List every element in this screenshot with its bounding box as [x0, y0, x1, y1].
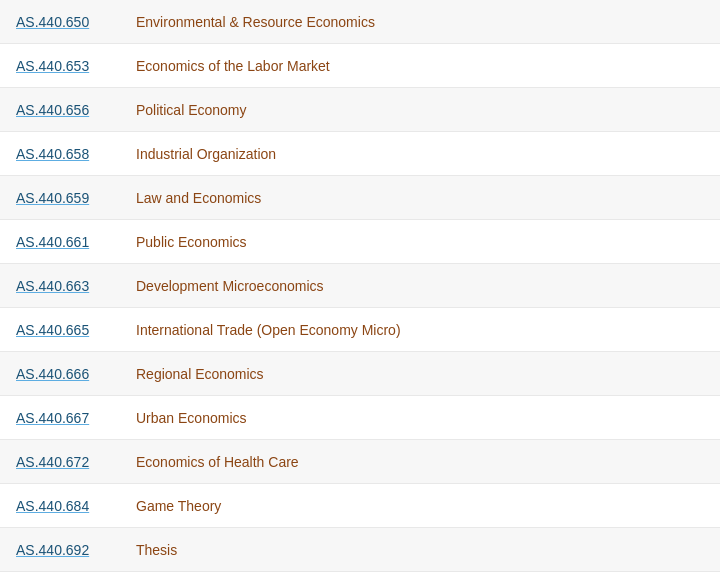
- course-code-link[interactable]: AS.440.666: [16, 366, 126, 382]
- course-title: Economics of Health Care: [136, 454, 299, 470]
- table-row: AS.440.656Political Economy: [0, 88, 720, 132]
- course-code-link[interactable]: AS.440.656: [16, 102, 126, 118]
- course-code-link[interactable]: AS.440.650: [16, 14, 126, 30]
- course-code-link[interactable]: AS.440.667: [16, 410, 126, 426]
- table-row: AS.440.653Economics of the Labor Market: [0, 44, 720, 88]
- course-code-link[interactable]: AS.440.663: [16, 278, 126, 294]
- course-code-link[interactable]: AS.440.672: [16, 454, 126, 470]
- course-title: Public Economics: [136, 234, 247, 250]
- course-code-link[interactable]: AS.440.665: [16, 322, 126, 338]
- table-row: AS.440.658Industrial Organization: [0, 132, 720, 176]
- course-title: Urban Economics: [136, 410, 247, 426]
- table-row: AS.440.665International Trade (Open Econ…: [0, 308, 720, 352]
- table-row: AS.440.684Game Theory: [0, 484, 720, 528]
- table-row: AS.440.667Urban Economics: [0, 396, 720, 440]
- table-row: AS.440.692Thesis: [0, 528, 720, 572]
- course-title: Law and Economics: [136, 190, 261, 206]
- table-row: AS.440.650Environmental & Resource Econo…: [0, 0, 720, 44]
- course-title: Economics of the Labor Market: [136, 58, 330, 74]
- course-code-link[interactable]: AS.440.658: [16, 146, 126, 162]
- course-code-link[interactable]: AS.440.659: [16, 190, 126, 206]
- table-row: AS.440.659Law and Economics: [0, 176, 720, 220]
- course-title: Game Theory: [136, 498, 221, 514]
- course-code-link[interactable]: AS.440.661: [16, 234, 126, 250]
- course-code-link[interactable]: AS.440.684: [16, 498, 126, 514]
- course-title: Environmental & Resource Economics: [136, 14, 375, 30]
- course-code-link[interactable]: AS.440.692: [16, 542, 126, 558]
- course-title: International Trade (Open Economy Micro): [136, 322, 401, 338]
- table-row: AS.440.666Regional Economics: [0, 352, 720, 396]
- course-title: Industrial Organization: [136, 146, 276, 162]
- course-code-link[interactable]: AS.440.653: [16, 58, 126, 74]
- table-row: AS.440.661Public Economics: [0, 220, 720, 264]
- course-title: Development Microeconomics: [136, 278, 324, 294]
- course-title: Regional Economics: [136, 366, 264, 382]
- table-row: AS.440.672Economics of Health Care: [0, 440, 720, 484]
- course-list: AS.440.650Environmental & Resource Econo…: [0, 0, 720, 572]
- course-title: Thesis: [136, 542, 177, 558]
- table-row: AS.440.663Development Microeconomics: [0, 264, 720, 308]
- course-title: Political Economy: [136, 102, 247, 118]
